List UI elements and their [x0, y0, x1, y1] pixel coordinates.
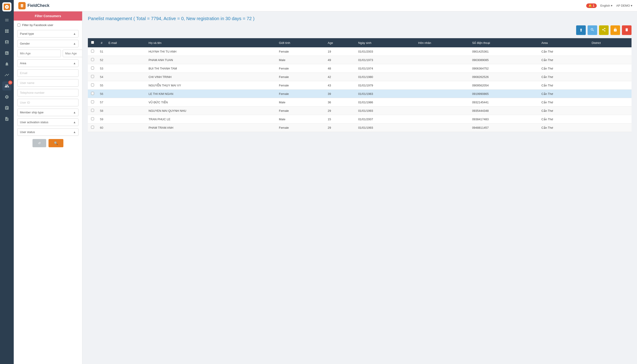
row-checkbox[interactable] — [91, 117, 94, 120]
email-input[interactable] — [18, 69, 79, 77]
main-content: Panelist management ( Total = 7794, Acti… — [82, 12, 637, 364]
row-num: 56 — [97, 90, 106, 98]
row-gender: Female — [277, 124, 325, 132]
header-name: Họ và tên — [146, 38, 277, 47]
row-marital — [416, 64, 470, 73]
upload-button[interactable]: ⬆ — [576, 26, 586, 35]
sidebar-item-settings[interactable] — [2, 92, 12, 102]
row-district — [589, 47, 631, 56]
row-email — [106, 90, 146, 98]
row-checkbox[interactable] — [91, 84, 94, 86]
select-all-checkbox[interactable] — [91, 41, 94, 44]
row-district — [589, 98, 631, 106]
sidebar-item-menu[interactable] — [2, 16, 12, 25]
row-checkbox[interactable] — [91, 92, 94, 95]
row-checkbox-cell[interactable] — [88, 115, 97, 124]
membership-arrow-icon: ▲ — [73, 111, 76, 114]
toolbar-search-button[interactable] — [587, 26, 597, 35]
user-menu[interactable]: AP DEMO ▾ — [616, 4, 632, 7]
sidebar-item-documents[interactable] — [2, 114, 12, 124]
row-checkbox[interactable] — [91, 58, 94, 61]
area-select[interactable]: Area ▲ — [18, 60, 79, 67]
facebook-filter-checkbox[interactable]: Filter by Facebook user — [18, 23, 79, 27]
row-age: 19 — [325, 47, 356, 56]
lock-button[interactable] — [610, 26, 620, 35]
language-selector[interactable]: English ▾ — [600, 4, 613, 7]
logo[interactable] — [2, 2, 12, 12]
username-input[interactable] — [18, 79, 79, 87]
filter-buttons: ↺ 🔍 — [18, 139, 79, 147]
membership-select[interactable]: Member ship type ▲ — [18, 108, 79, 116]
row-checkbox-cell[interactable] — [88, 56, 97, 64]
sidebar-item-reports[interactable] — [2, 38, 12, 47]
row-dob: 01/01/1986 — [356, 98, 416, 106]
row-dob: 01/01/1993 — [356, 124, 416, 132]
age-range-row — [18, 50, 79, 57]
sidebar-item-analytics[interactable] — [2, 48, 12, 58]
row-checkbox-cell[interactable] — [88, 106, 97, 115]
row-checkbox-cell[interactable] — [88, 90, 97, 98]
row-age: 49 — [325, 56, 356, 64]
row-checkbox-cell[interactable] — [88, 73, 97, 81]
row-area: Cần Thơ — [539, 73, 589, 81]
facebook-checkbox-input[interactable] — [18, 24, 20, 26]
userstatus-select[interactable]: User status ▲ — [18, 128, 79, 136]
header-checkbox[interactable] — [88, 38, 97, 47]
row-checkbox-cell[interactable] — [88, 124, 97, 132]
row-email — [106, 81, 146, 90]
notif-icon: 🔔 — [588, 4, 592, 7]
userid-input[interactable] — [18, 99, 79, 106]
reset-button[interactable]: ↺ — [33, 139, 46, 147]
table-row: 55 NGUYỄN THỤY MAI VY Female 43 01/01/19… — [88, 81, 631, 90]
panel-type-select[interactable]: Panel type ▲ — [18, 30, 79, 38]
row-checkbox[interactable] — [91, 100, 94, 103]
sidebar-item-tasks[interactable] — [2, 103, 12, 112]
row-checkbox-cell[interactable] — [88, 98, 97, 106]
row-checkbox[interactable] — [91, 126, 94, 129]
activation-select[interactable]: User activation status ▲ — [18, 118, 79, 126]
sidebar-item-notifications[interactable] — [2, 60, 12, 68]
export-button[interactable] — [599, 26, 609, 35]
row-checkbox[interactable] — [91, 109, 94, 112]
row-checkbox-cell[interactable] — [88, 81, 97, 90]
table-row: 53 BUI THI THANH TAM Female 48 01/01/197… — [88, 64, 631, 73]
row-phone: 0932145441 — [470, 98, 539, 106]
row-gender: Male — [277, 56, 325, 64]
row-checkbox[interactable] — [91, 50, 94, 52]
row-gender: Female — [277, 47, 325, 56]
header-dob: Ngày sinh — [356, 38, 416, 47]
row-district — [589, 115, 631, 124]
magnify-icon — [590, 28, 594, 33]
row-num: 58 — [97, 106, 106, 115]
min-age-input[interactable] — [18, 50, 61, 57]
row-num: 55 — [97, 81, 106, 90]
row-dob: 01/01/1974 — [356, 64, 416, 73]
row-checkbox-cell[interactable] — [88, 47, 97, 56]
app-logo[interactable]: FieldCheck — [18, 2, 50, 9]
content-area: Filter Consumers Filter by Facebook user… — [14, 12, 637, 364]
header-age: Age — [325, 38, 356, 47]
max-age-input[interactable] — [63, 50, 82, 57]
row-checkbox[interactable] — [91, 66, 94, 70]
row-dob: 01/01/1979 — [356, 81, 416, 90]
search-button[interactable]: 🔍 — [49, 139, 63, 147]
sidebar-item-grid[interactable] — [2, 26, 12, 36]
row-checkbox[interactable] — [91, 75, 94, 78]
sidebar-item-users[interactable]: 20 — [2, 82, 12, 90]
row-checkbox-cell[interactable] — [88, 64, 97, 73]
sidebar-item-trends[interactable] — [2, 70, 12, 80]
gender-select[interactable]: Gender ▲ — [18, 40, 79, 47]
data-table-wrapper: # E-mail Họ và tên Giới tính Age Ngày si… — [88, 38, 631, 132]
chevron-down-icon: ▾ — [611, 4, 612, 7]
row-num: 51 — [97, 47, 106, 56]
notification-badge[interactable]: 🔔 1 — [586, 4, 597, 8]
row-phone: 0919990865 — [470, 90, 539, 98]
telephone-input[interactable] — [18, 89, 79, 96]
row-num: 54 — [97, 73, 106, 81]
row-marital — [416, 47, 470, 56]
row-dob: 01/01/1980 — [356, 73, 416, 81]
row-marital — [416, 115, 470, 124]
table-row: 58 NGUYEN MAI QUYNH NHU Female 29 01/01/… — [88, 106, 631, 115]
delete-button[interactable] — [622, 26, 631, 35]
row-marital — [416, 98, 470, 106]
